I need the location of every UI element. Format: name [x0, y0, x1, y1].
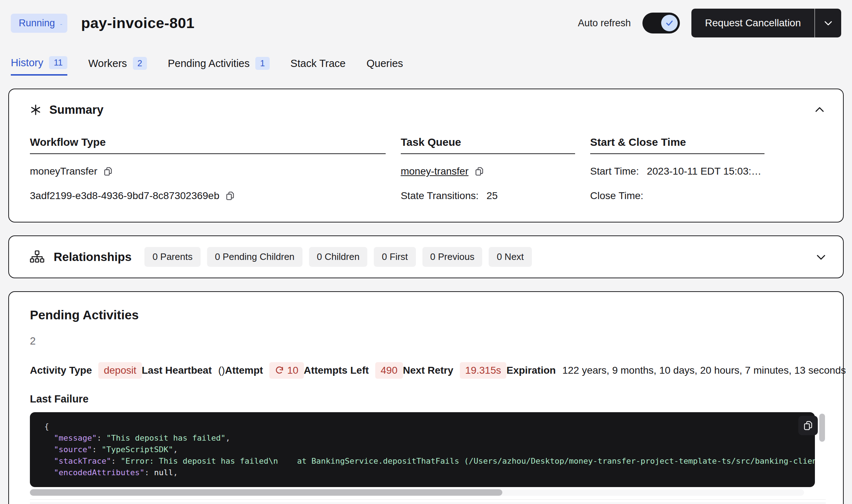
expand-chevron-down-icon[interactable]: [815, 251, 827, 263]
task-queue-column: Task Queue money-transfer State Transiti…: [401, 136, 575, 203]
running-spinner-icon: ‐: [60, 20, 63, 28]
previous-badge: 0 Previous: [422, 247, 483, 267]
pending-activities-count: 2: [30, 335, 826, 347]
task-queue-link[interactable]: money-transfer: [401, 166, 468, 177]
horizontal-scrollbar-thumb[interactable]: [30, 489, 502, 496]
close-time-label: Close Time:: [590, 190, 644, 202]
cancel-dropdown-button[interactable]: [815, 9, 841, 37]
activity-type-label: Activity Type: [30, 365, 92, 376]
attempt-label: Attempt: [225, 365, 263, 376]
next-retry-label: Next Retry: [403, 365, 453, 376]
tab-label: Stack Trace: [291, 58, 346, 69]
children-badge: 0 Children: [309, 247, 368, 267]
collapsed-activity-row[interactable]: [30, 503, 826, 504]
auto-refresh-label: Auto refresh: [578, 18, 631, 29]
copy-icon[interactable]: [225, 191, 235, 201]
last-heartbeat-value: (): [218, 365, 225, 376]
time-heading: Start & Close Time: [590, 136, 764, 154]
last-failure-code: { "message": "This deposit has failed", …: [30, 412, 826, 496]
task-queue-heading: Task Queue: [401, 136, 575, 154]
tab-stack-trace[interactable]: Stack Trace: [291, 56, 346, 76]
tab-label: Queries: [367, 58, 403, 69]
activity-detail-row: Activity Type deposit Last Heartbeat () …: [30, 362, 826, 379]
state-transitions-value: 25: [486, 190, 498, 202]
tab-pending-activities[interactable]: Pending Activities 1: [168, 56, 270, 76]
page-header: Running ‐ pay-invoice-801 Auto refresh R…: [0, 0, 852, 37]
tab-history[interactable]: History 11: [11, 56, 67, 76]
header-right: Auto refresh Request Cancellation: [578, 9, 841, 37]
last-failure-label: Last Failure: [30, 393, 826, 405]
summary-title: Summary: [49, 103, 103, 117]
workflow-type-value: moneyTransfer: [30, 166, 97, 177]
chevron-down-icon: [823, 18, 834, 28]
relationship-badges: 0 Parents 0 Pending Children 0 Children …: [144, 247, 532, 267]
tab-bar: History 11 Workers 2 Pending Activities …: [0, 56, 852, 76]
summary-grid: Workflow Type moneyTransfer 3adf2199-e3d…: [30, 136, 826, 203]
time-column: Start & Close Time Start Time: 2023-10-1…: [590, 136, 764, 203]
copy-icon[interactable]: [103, 166, 113, 176]
collapse-chevron-up-icon[interactable]: [813, 104, 826, 116]
relationships-title: Relationships: [54, 250, 131, 264]
pending-children-badge: 0 Pending Children: [207, 247, 302, 267]
status-badge: Running ‐: [11, 14, 67, 33]
next-retry-badge: 19.315s: [460, 362, 507, 379]
tab-count-badge: 2: [133, 57, 147, 70]
retry-icon: [275, 366, 284, 375]
expiration-label: Expiration: [506, 365, 556, 376]
status-label: Running: [19, 18, 55, 29]
next-badge: 0 Next: [489, 247, 532, 267]
pending-activities-card: Pending Activities 2 Activity Type depos…: [8, 291, 844, 504]
vertical-scrollbar[interactable]: [819, 414, 825, 486]
attempt-value: 10: [287, 365, 298, 376]
pending-activities-title: Pending Activities: [30, 308, 826, 322]
attempts-left-badge: 490: [375, 362, 403, 379]
auto-refresh-toggle[interactable]: [642, 13, 680, 33]
request-cancellation-button[interactable]: Request Cancellation: [691, 9, 815, 37]
header-left: Running ‐ pay-invoice-801: [11, 14, 194, 33]
summary-header: Summary: [30, 103, 826, 117]
attempts-left-label: Attempts Left: [304, 365, 369, 376]
page-title: pay-invoice-801: [81, 15, 194, 32]
workflow-run-id: 3adf2199-e3d8-4936-9bd7-8c87302369eb: [30, 190, 219, 202]
last-heartbeat-label: Last Heartbeat: [142, 365, 212, 376]
code-content: { "message": "This deposit has failed", …: [44, 421, 801, 478]
row-divider: [30, 499, 826, 500]
activity-type-badge: deposit: [98, 362, 142, 379]
asterisk-icon: [30, 104, 41, 116]
expiration-value: 122 years, 9 months, 10 days, 20 hours, …: [562, 365, 846, 376]
attempt-badge: 10: [269, 362, 304, 379]
first-badge: 0 First: [374, 247, 416, 267]
tab-label: Pending Activities: [168, 58, 250, 69]
relationships-card: Relationships 0 Parents 0 Pending Childr…: [8, 235, 844, 278]
tab-count-badge: 11: [49, 56, 67, 69]
hierarchy-icon: [30, 250, 44, 264]
workflow-type-column: Workflow Type moneyTransfer 3adf2199-e3d…: [30, 136, 386, 203]
toggle-check-icon: [661, 15, 678, 31]
state-transitions-label: State Transitions:: [401, 190, 479, 202]
tab-label: Workers: [88, 58, 127, 69]
tab-count-badge: 1: [255, 57, 269, 70]
tab-queries[interactable]: Queries: [367, 56, 403, 76]
horizontal-scrollbar[interactable]: [30, 489, 804, 496]
parents-badge: 0 Parents: [144, 247, 200, 267]
cancel-button-group: Request Cancellation: [691, 9, 841, 37]
start-time-value: 2023-10-11 EDT 15:03:…: [647, 166, 761, 177]
workflow-type-heading: Workflow Type: [30, 136, 386, 154]
tab-workers[interactable]: Workers 2: [88, 56, 147, 76]
tab-label: History: [11, 57, 43, 69]
start-time-label: Start Time:: [590, 166, 639, 177]
code-block[interactable]: { "message": "This deposit has failed", …: [30, 412, 815, 487]
code-copy-icon[interactable]: [798, 416, 818, 435]
copy-icon[interactable]: [474, 166, 484, 176]
vertical-scrollbar-thumb[interactable]: [819, 414, 825, 442]
summary-card: Summary Workflow Type moneyTransfer 3adf…: [8, 89, 844, 222]
